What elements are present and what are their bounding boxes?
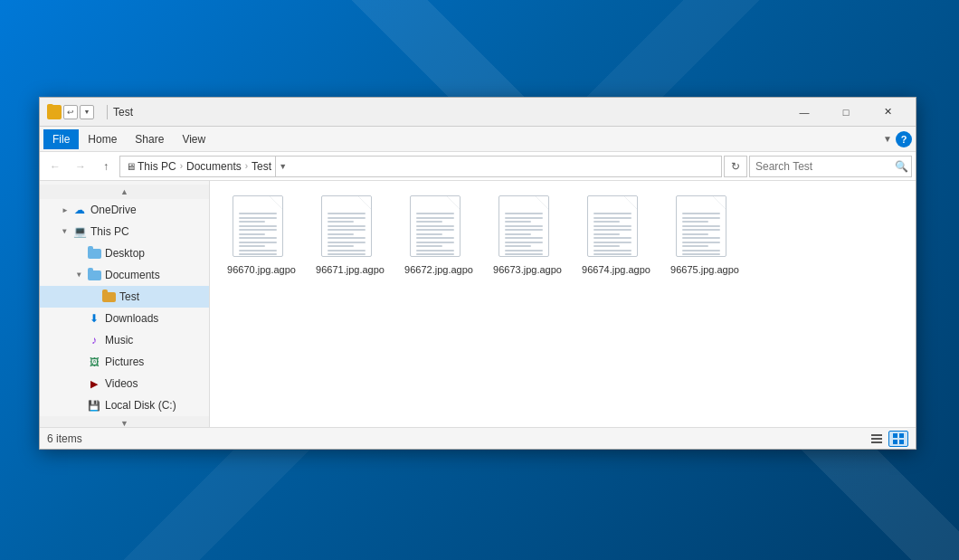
svg-rect-6 [899, 440, 904, 444]
view-details-button[interactable] [867, 431, 887, 447]
file-item-1[interactable]: 96671.jpg.agpo [309, 192, 391, 280]
doc-line [505, 217, 543, 219]
help-button[interactable]: ? [896, 131, 912, 147]
up-button[interactable]: ↑ [94, 156, 118, 177]
doc-line [505, 225, 543, 227]
doc-line [239, 213, 277, 214]
desktop-folder-icon [87, 246, 101, 261]
sidebar-item-thispc[interactable]: ► 💻 This PC [40, 221, 209, 242]
doc-line [505, 221, 531, 223]
file-item-5[interactable]: 96675.jpg.agpo [664, 192, 745, 280]
path-this-pc[interactable]: 🖥 This PC [126, 160, 176, 173]
path-dropdown[interactable]: ▼ [275, 156, 290, 177]
scroll-up-button[interactable]: ▲ [40, 185, 209, 199]
back-button[interactable]: ← [43, 156, 67, 177]
menu-home[interactable]: Home [79, 129, 126, 149]
file-item-2[interactable]: 96672.jpg.agpo [398, 192, 480, 280]
svg-rect-3 [893, 433, 897, 438]
search-box[interactable]: 🔍 [749, 156, 912, 177]
expand-arrow-onedrive[interactable]: ► [58, 203, 72, 217]
onedrive-icon: ☁ [72, 203, 87, 217]
path-test[interactable]: Test [252, 160, 271, 173]
doc-line [593, 221, 620, 223]
maximize-button[interactable]: □ [825, 98, 867, 127]
doc-line [416, 225, 454, 227]
doc-line [328, 253, 366, 255]
file-icon-5 [676, 195, 734, 261]
path-documents-label[interactable]: Documents [186, 160, 242, 173]
sidebar-item-music[interactable]: ► ♪ Music [40, 329, 209, 351]
quick-access-btn2[interactable]: ↩ [63, 105, 78, 119]
doc-line [328, 237, 366, 239]
search-input[interactable] [755, 160, 891, 173]
doc-icon-4 [587, 195, 638, 257]
svg-rect-1 [871, 438, 882, 440]
sidebar-label-local-disk: Local Disk (C:) [105, 399, 176, 412]
expand-ribbon-icon[interactable]: ▼ [883, 134, 892, 144]
doc-icon-1 [321, 195, 372, 257]
menu-share[interactable]: Share [126, 129, 173, 149]
doc-line [416, 213, 454, 214]
sidebar-label-desktop: Desktop [105, 247, 145, 260]
sidebar-item-local-disk[interactable]: ► 💾 Local Disk (C:) [40, 394, 209, 416]
forward-button[interactable]: → [69, 156, 92, 177]
sidebar-item-desktop[interactable]: ► Desktop [40, 242, 209, 264]
scroll-down-button[interactable]: ▼ [40, 416, 209, 427]
file-item-0[interactable]: 96670.jpg.agpo [221, 192, 302, 280]
file-item-3[interactable]: 96673.jpg.agpo [487, 192, 568, 280]
window-controls: — □ ✕ [783, 98, 908, 127]
window-title: Test [113, 106, 783, 119]
file-name-3: 96673.jpg.agpo [493, 264, 562, 276]
quick-access-btn1[interactable] [47, 105, 62, 119]
doc-lines-3 [505, 213, 543, 255]
file-name-2: 96672.jpg.agpo [404, 264, 473, 276]
path-test-label[interactable]: Test [252, 160, 271, 173]
sidebar-label-test: Test [119, 290, 139, 303]
path-documents[interactable]: Documents [186, 160, 242, 173]
expand-arrow-thispc[interactable]: ► [58, 224, 72, 239]
doc-lines-1 [328, 213, 366, 255]
address-bar: ← → ↑ 🖥 This PC › Documents › Test ▼ ↻ 🔍 [40, 152, 916, 181]
file-name-0: 96670.jpg.agpo [227, 264, 296, 276]
file-explorer-window: ↩ ▼ Test — □ ✕ File Home Share View ▼ ? … [39, 97, 916, 450]
quick-access-dropdown[interactable]: ▼ [80, 105, 94, 119]
sidebar-item-pictures[interactable]: ► 🖼 Pictures [40, 351, 209, 373]
sidebar-item-downloads[interactable]: ► ⬇ Downloads [40, 308, 209, 329]
doc-line [239, 245, 265, 247]
doc-line [593, 253, 631, 255]
sidebar-item-documents[interactable]: ► Documents [40, 264, 209, 286]
downloads-icon: ⬇ [87, 311, 101, 326]
view-large-icons-button[interactable] [888, 431, 908, 447]
doc-line [505, 229, 543, 231]
doc-line [416, 221, 442, 223]
test-folder-icon [101, 289, 116, 304]
doc-line [239, 221, 265, 223]
address-path[interactable]: 🖥 This PC › Documents › Test ▼ [119, 156, 722, 177]
doc-icon-2 [410, 195, 461, 257]
menu-view[interactable]: View [173, 129, 214, 149]
sidebar-item-videos[interactable]: ► ▶ Videos [40, 373, 209, 394]
doc-lines-0 [239, 213, 277, 255]
expand-arrow-documents[interactable]: ► [72, 268, 87, 282]
close-button[interactable]: ✕ [867, 98, 908, 127]
doc-line [593, 245, 620, 247]
path-this-pc-label[interactable]: This PC [138, 160, 176, 173]
file-name-5: 96675.jpg.agpo [670, 264, 739, 276]
path-sep-2: › [245, 161, 248, 171]
sidebar-item-onedrive[interactable]: ► ☁ OneDrive [40, 199, 209, 221]
minimize-button[interactable]: — [783, 98, 825, 127]
doc-line [505, 245, 531, 247]
sidebar-item-test[interactable]: ► Test [40, 286, 209, 308]
svg-rect-2 [871, 441, 882, 443]
details-view-icon [870, 432, 883, 445]
content-area: ▲ ► ☁ OneDrive ► 💻 This PC ► Desktop [40, 181, 916, 427]
refresh-button[interactable]: ↻ [724, 156, 747, 177]
doc-line [505, 233, 531, 235]
doc-line [505, 250, 543, 252]
music-icon: ♪ [87, 333, 101, 347]
status-item-count: 6 items [47, 432, 867, 445]
file-item-4[interactable]: 96674.jpg.agpo [575, 192, 657, 280]
menu-file[interactable]: File [43, 129, 79, 149]
search-icon[interactable]: 🔍 [895, 160, 908, 173]
svg-rect-0 [871, 434, 882, 436]
